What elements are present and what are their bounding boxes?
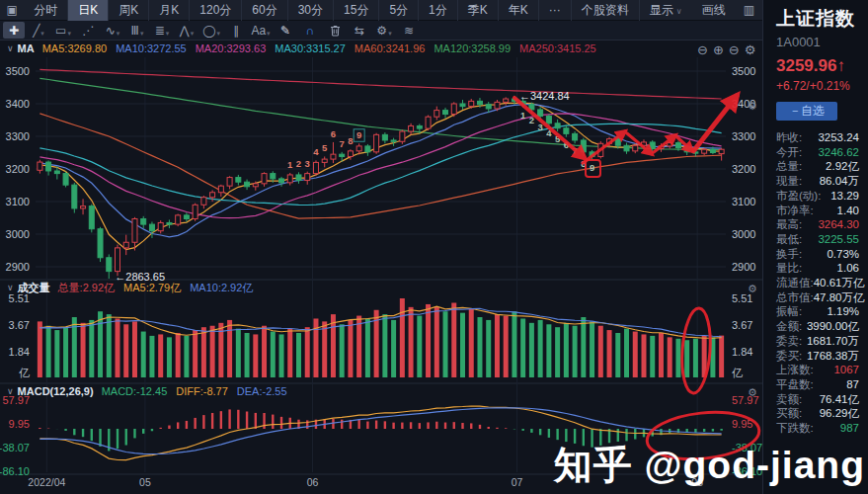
ma-legend: ∨MAMA5:3269.80MA10:3272.55MA20:3293.63MA…: [7, 41, 605, 55]
svg-text:06: 06: [307, 476, 319, 488]
svg-text:3000: 3000: [6, 228, 30, 240]
svg-text:1: 1: [520, 110, 526, 121]
pane-title: MA: [18, 42, 35, 54]
legend-item: MA250:3415.25: [519, 42, 596, 54]
svg-text:7: 7: [340, 138, 345, 149]
svg-text:2: 2: [296, 158, 301, 169]
svg-text:2900: 2900: [6, 261, 30, 273]
svg-text:3200: 3200: [732, 163, 755, 175]
svg-text:亿: 亿: [732, 367, 743, 378]
svg-text:3400: 3400: [6, 98, 30, 110]
legend-item: MA10:2.92亿: [190, 281, 253, 295]
svg-text:1: 1: [287, 159, 293, 170]
volume-legend: ∨成交量总量:2.92亿MA5:2.79亿MA10:2.92亿: [7, 281, 262, 294]
zoom-in-icon[interactable]: ⊕: [713, 42, 724, 57]
svg-text:3500: 3500: [732, 65, 755, 77]
collapse-chevron-icon[interactable]: ∨: [7, 386, 14, 396]
svg-text:6: 6: [331, 128, 336, 139]
svg-text:05: 05: [139, 476, 151, 488]
macd-pane-settings-icon[interactable]: ⚙: [748, 386, 757, 399]
svg-text:-38.07: -38.07: [0, 442, 30, 453]
legend-item: MA10:3272.55: [116, 42, 187, 54]
svg-text:9: 9: [356, 129, 361, 140]
legend-item: MA20:3293.63: [196, 42, 267, 54]
svg-text:3300: 3300: [732, 130, 755, 142]
collapse-chevron-icon[interactable]: ∨: [7, 43, 14, 53]
svg-text:1.84: 1.84: [9, 346, 30, 358]
chart-controls: ⊖⊕⊖⚙: [697, 42, 755, 57]
svg-text:3100: 3100: [6, 196, 30, 207]
svg-text:9.95: 9.95: [9, 418, 30, 430]
svg-text:3200: 3200: [6, 163, 30, 175]
legend-item: DEA:-2.55: [237, 385, 287, 397]
svg-text:3000: 3000: [732, 228, 755, 240]
legend-item: 总量:2.92亿: [58, 281, 115, 295]
indicator-settings-icon[interactable]: ⚙: [748, 100, 757, 113]
svg-text:3100: 3100: [732, 196, 755, 207]
svg-text:2900: 2900: [732, 261, 755, 273]
collapse-icon[interactable]: ⊖: [729, 42, 740, 57]
legend-item: MA5:2.79亿: [123, 281, 181, 295]
collapse-chevron-icon[interactable]: ∨: [7, 283, 14, 292]
svg-text:3.67: 3.67: [732, 319, 752, 331]
svg-text:9: 9: [590, 162, 594, 173]
macd-legend: ∨MACD(12,26,9)MACD:-12.45DIFF:-8.77DEA:-…: [7, 384, 296, 398]
pane-title: MACD(12,26,9): [18, 385, 94, 397]
legend-item: DIFF:-8.77: [176, 385, 228, 397]
svg-text:8: 8: [348, 135, 353, 146]
svg-text:3: 3: [305, 158, 310, 169]
watermark: 知乎 @god-jiang: [554, 439, 865, 492]
svg-text:4: 4: [313, 146, 319, 157]
svg-text:5: 5: [322, 142, 328, 153]
legend-item: MA60:3241.96: [355, 42, 426, 54]
pane-title: 成交量: [18, 281, 50, 295]
svg-text:3300: 3300: [6, 130, 30, 142]
svg-text:-86.10: -86.10: [0, 465, 30, 477]
legend-item: MACD:-12.45: [102, 385, 168, 397]
svg-text:07: 07: [512, 476, 523, 488]
svg-text:3.67: 3.67: [9, 319, 30, 331]
zoom-out-icon[interactable]: ⊖: [697, 42, 708, 57]
chart-surface[interactable]: 2022/04050607083500350034003400330033003…: [0, 0, 868, 494]
svg-text:2022/04: 2022/04: [28, 476, 65, 488]
volume-pane-settings-icon[interactable]: ⚙: [748, 283, 757, 295]
main-settings-icon[interactable]: ⚙: [745, 42, 756, 57]
svg-text:3500: 3500: [6, 65, 30, 77]
svg-text:1.84: 1.84: [732, 346, 752, 358]
svg-text:←3424.84: ←3424.84: [519, 90, 570, 102]
legend-item: MA120:3258.99: [434, 42, 511, 54]
legend-item: MA5:3269.80: [42, 42, 107, 54]
app-root: 2022/04050607083500350034003400330033003…: [0, 0, 868, 494]
legend-item: MA30:3315.27: [275, 42, 346, 54]
svg-text:亿: 亿: [19, 367, 30, 378]
